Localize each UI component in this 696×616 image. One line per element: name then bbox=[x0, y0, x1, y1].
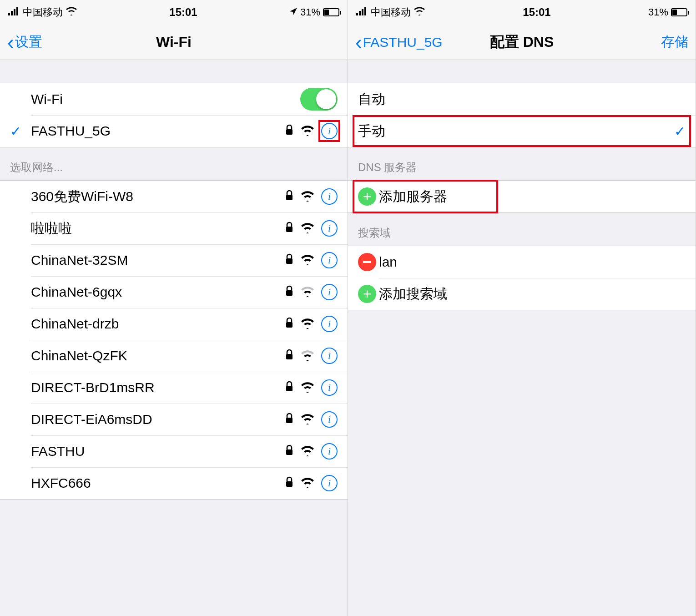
info-icon[interactable]: i bbox=[321, 379, 338, 396]
wifi-strength-icon bbox=[300, 317, 315, 331]
network-row[interactable]: FASTHUi bbox=[0, 435, 348, 467]
status-left: 中国移动 bbox=[8, 5, 77, 19]
network-name: ChinaNet-QzFK bbox=[31, 348, 285, 364]
network-row[interactable]: ChinaNet-drzbi bbox=[0, 308, 348, 340]
dns-settings-pane: 中国移动 15:01 31% ‹ FASTHU_5G 配置 DNS 存储 自动 … bbox=[348, 0, 696, 616]
network-row[interactable]: ChinaNet-6gqxi bbox=[0, 276, 348, 308]
add-dns-server-label: 添加服务器 bbox=[379, 187, 686, 206]
dns-servers-group: + 添加服务器 bbox=[348, 180, 696, 213]
status-bar: 中国移动 15:01 31% bbox=[348, 0, 696, 25]
add-dns-server-row[interactable]: + 添加服务器 bbox=[348, 181, 696, 212]
chevron-left-icon: ‹ bbox=[355, 32, 362, 52]
info-icon[interactable]: i bbox=[321, 316, 338, 332]
wifi-strength-icon bbox=[300, 253, 315, 267]
wifi-toggle-row[interactable]: Wi-Fi bbox=[0, 83, 348, 115]
lock-icon bbox=[285, 285, 294, 299]
minus-icon bbox=[358, 253, 376, 271]
info-icon[interactable]: i bbox=[321, 411, 338, 428]
add-search-domain-row[interactable]: + 添加搜索域 bbox=[348, 278, 696, 310]
info-icon[interactable]: i bbox=[321, 284, 338, 300]
network-row[interactable]: DIRECT-BrD1msRRi bbox=[0, 372, 348, 404]
info-icon[interactable]: i bbox=[321, 443, 338, 459]
network-name: 360免费WiFi-W8 bbox=[31, 187, 285, 206]
info-icon[interactable]: i bbox=[321, 348, 338, 364]
network-row[interactable]: DIRECT-EiA6msDDi bbox=[0, 404, 348, 435]
lock-icon bbox=[285, 124, 294, 138]
wifi-toggle-label: Wi-Fi bbox=[31, 91, 300, 107]
search-domains-group: lan + 添加搜索域 bbox=[348, 246, 696, 310]
status-left: 中国移动 bbox=[356, 5, 425, 19]
svg-rect-8 bbox=[286, 290, 293, 296]
network-name: FASTHU bbox=[31, 444, 285, 459]
wifi-strength-icon bbox=[300, 285, 315, 299]
battery-percent: 31% bbox=[300, 6, 320, 18]
search-domain-value: lan bbox=[379, 254, 686, 270]
network-name: 啦啦啦 bbox=[31, 219, 285, 238]
svg-rect-13 bbox=[286, 449, 293, 455]
wifi-strength-icon bbox=[300, 222, 315, 235]
lock-icon bbox=[285, 253, 294, 267]
dns-servers-header: DNS 服务器 bbox=[348, 147, 696, 180]
status-time: 15:01 bbox=[169, 6, 197, 19]
svg-rect-1 bbox=[11, 11, 13, 15]
dns-mode-auto-row[interactable]: 自动 bbox=[348, 83, 696, 115]
back-label: FASTHU_5G bbox=[363, 35, 443, 50]
network-name: ChinaNet-drzb bbox=[31, 316, 285, 332]
signal-icon bbox=[8, 6, 20, 18]
back-button[interactable]: ‹ 设置 bbox=[7, 32, 42, 52]
lock-icon bbox=[285, 190, 294, 203]
svg-rect-7 bbox=[286, 258, 293, 264]
dns-mode-manual-label: 手动 bbox=[358, 122, 674, 141]
connected-network-row[interactable]: ✓ FASTHU_5G i bbox=[0, 115, 348, 147]
signal-icon bbox=[356, 6, 368, 18]
svg-rect-4 bbox=[286, 129, 293, 135]
location-icon bbox=[289, 6, 298, 18]
check-icon: ✓ bbox=[674, 123, 686, 139]
info-icon[interactable]: i bbox=[321, 220, 338, 237]
wifi-toggle[interactable] bbox=[300, 88, 338, 111]
wifi-strength-icon bbox=[300, 413, 315, 426]
status-right: 31% bbox=[289, 6, 339, 18]
status-bar: 中国移动 15:01 31% bbox=[0, 0, 348, 25]
network-row[interactable]: 360免费WiFi-W8i bbox=[0, 181, 348, 212]
wifi-strength-icon bbox=[300, 476, 315, 490]
battery-icon bbox=[671, 8, 687, 16]
network-name: DIRECT-BrD1msRR bbox=[31, 380, 285, 395]
back-label: 设置 bbox=[15, 33, 42, 51]
check-icon: ✓ bbox=[10, 123, 21, 139]
page-title: Wi-Fi bbox=[0, 34, 348, 50]
svg-rect-3 bbox=[16, 7, 18, 15]
wifi-status-icon bbox=[414, 6, 425, 18]
svg-rect-14 bbox=[286, 481, 293, 487]
info-icon[interactable]: i bbox=[321, 188, 338, 205]
network-row[interactable]: 啦啦啦i bbox=[0, 212, 348, 244]
choose-network-header: 选取网络... bbox=[0, 147, 348, 180]
wifi-strength-icon bbox=[300, 190, 315, 203]
battery-percent: 31% bbox=[648, 6, 668, 18]
dns-mode-manual-row[interactable]: 手动 ✓ bbox=[348, 115, 696, 147]
wifi-settings-pane: 中国移动 15:01 31% ‹ 设置 Wi-Fi Wi-Fi bbox=[0, 0, 348, 616]
wifi-toggle-group: Wi-Fi ✓ FASTHU_5G i bbox=[0, 83, 348, 147]
svg-rect-10 bbox=[286, 354, 293, 359]
nav-bar: ‹ 设置 Wi-Fi bbox=[0, 25, 348, 60]
wifi-strength-icon bbox=[300, 381, 315, 394]
save-button[interactable]: 存储 bbox=[661, 33, 688, 51]
network-row[interactable]: HXFC666i bbox=[0, 467, 348, 499]
svg-rect-9 bbox=[286, 322, 293, 328]
networks-list: 360免费WiFi-W8i啦啦啦iChinaNet-32SMiChinaNet-… bbox=[0, 180, 348, 500]
info-icon[interactable]: i bbox=[321, 252, 338, 268]
svg-rect-17 bbox=[362, 9, 363, 15]
status-right: 31% bbox=[648, 6, 687, 18]
wifi-status-icon bbox=[66, 6, 77, 18]
network-name: DIRECT-EiA6msDD bbox=[31, 412, 285, 427]
svg-rect-18 bbox=[364, 7, 366, 15]
back-button[interactable]: ‹ FASTHU_5G bbox=[355, 32, 443, 52]
network-row[interactable]: ChinaNet-QzFKi bbox=[0, 340, 348, 372]
network-row[interactable]: ChinaNet-32SMi bbox=[0, 244, 348, 276]
search-domain-row[interactable]: lan bbox=[348, 246, 696, 278]
nav-bar: ‹ FASTHU_5G 配置 DNS 存储 bbox=[348, 25, 696, 60]
info-icon[interactable]: i bbox=[321, 475, 338, 491]
info-icon[interactable]: i bbox=[321, 123, 338, 139]
lock-icon bbox=[285, 317, 294, 331]
search-domains-header: 搜索域 bbox=[348, 213, 696, 246]
